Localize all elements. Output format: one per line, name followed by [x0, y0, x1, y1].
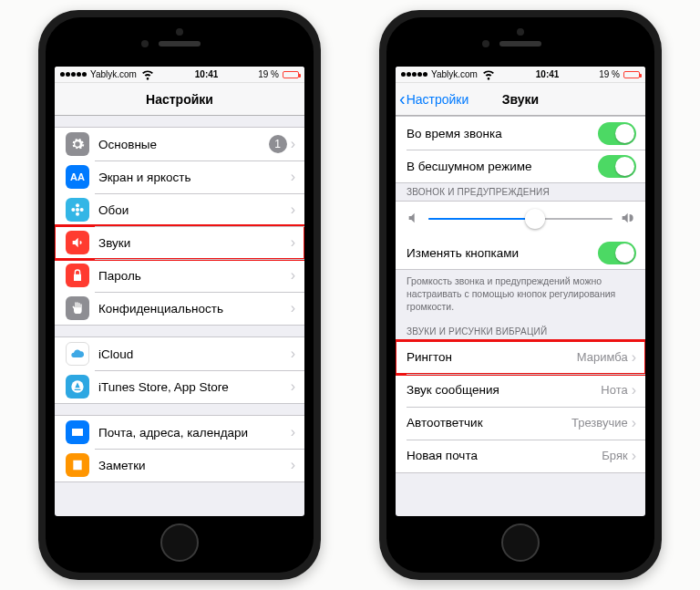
row-text[interactable]: Звук сообщенияНота›: [396, 374, 645, 407]
back-button[interactable]: ‹ Настройки: [399, 91, 468, 108]
label: Изменять кнопками: [407, 246, 598, 260]
row-general[interactable]: Основные1›: [55, 128, 304, 160]
chevron-right-icon: ›: [291, 267, 295, 284]
row-display[interactable]: AAЭкран и яркость›: [55, 160, 304, 193]
label: Новая почта: [407, 449, 602, 462]
hand-icon: [66, 296, 89, 320]
row-newmail[interactable]: Новая почтаБряк›: [396, 440, 645, 472]
chevron-right-icon: ›: [291, 346, 295, 362]
speaker-icon: [66, 231, 89, 254]
label: Основные: [98, 138, 269, 151]
signal-icon: [401, 72, 427, 77]
label: Экран и яркость: [98, 171, 291, 184]
battery-icon: [283, 71, 299, 78]
volume-high-icon: [620, 211, 634, 227]
screen-sounds: Yablyk.com 10:41 19 % ‹ Настройки Звуки: [396, 67, 645, 516]
label: Пароль: [98, 269, 291, 283]
settings-list: Основные1›AAЭкран и яркость›Обои›Звуки›П…: [55, 116, 304, 516]
chevron-right-icon: ›: [291, 424, 295, 440]
chevron-right-icon: ›: [291, 300, 295, 316]
row-vibrate-silent[interactable]: В бесшумном режиме: [396, 150, 645, 182]
chevron-right-icon: ›: [632, 349, 636, 366]
svg-point-1: [76, 203, 79, 207]
phone-body: Yablyk.com 10:41 19 % ‹ Настройки Звуки: [386, 17, 654, 573]
toggle-switch[interactable]: [598, 155, 636, 178]
svg-point-0: [76, 208, 79, 212]
chevron-right-icon: ›: [632, 382, 636, 399]
screen-settings: Yablyk.com 10:41 19 % Настройки Основные…: [55, 67, 304, 516]
volume-low-icon: [407, 211, 421, 227]
row-itunes[interactable]: iTunes Store, App Store›: [55, 370, 304, 403]
badge: 1: [269, 135, 287, 153]
cloud-icon: [66, 342, 89, 366]
row-mail[interactable]: Почта, адреса, календари›: [55, 416, 304, 449]
back-label: Настройки: [407, 92, 469, 107]
lock-icon: [66, 264, 89, 287]
carrier-label: Yablyk.com: [431, 69, 478, 79]
label: iTunes Store, App Store: [98, 380, 291, 394]
navbar: Настройки: [55, 83, 304, 116]
label: Во время звонка: [407, 127, 598, 140]
gear-icon: [66, 132, 89, 156]
value: Бряк: [602, 449, 627, 462]
label: iCloud: [98, 347, 291, 361]
row-icloud[interactable]: iCloud›: [55, 337, 304, 370]
row-ringtone[interactable]: РингтонМаримба›: [396, 341, 645, 374]
group-footer-ringer: Громкость звонка и предупреждений можно …: [396, 270, 645, 316]
svg-point-3: [71, 208, 75, 212]
chevron-right-icon: ›: [291, 136, 295, 152]
row-privacy[interactable]: Конфиденциальность›: [55, 292, 304, 325]
chevron-right-icon: ›: [632, 415, 636, 431]
status-bar: Yablyk.com 10:41 19 %: [55, 67, 304, 83]
row-change-with-buttons[interactable]: Изменять кнопками: [396, 236, 645, 269]
label: Обои: [98, 203, 291, 217]
svg-point-4: [80, 208, 84, 212]
page-title: Звуки: [502, 92, 539, 107]
navbar: ‹ Настройки Звуки: [396, 83, 645, 116]
home-button[interactable]: [160, 523, 199, 562]
row-voicemail[interactable]: АвтоответчикТрезвучие›: [396, 407, 645, 440]
wifi-icon: [481, 67, 496, 83]
label: Конфиденциальность: [98, 302, 291, 316]
group-header-ringer: ЗВОНОК И ПРЕДУПРЕЖДЕНИЯ: [396, 183, 645, 201]
toggle-switch[interactable]: [598, 122, 636, 145]
value: Нота: [601, 383, 627, 397]
phone-left: Yablyk.com 10:41 19 % Настройки Основные…: [38, 10, 321, 580]
row-notes[interactable]: Заметки›: [55, 449, 304, 481]
row-vibrate-ring[interactable]: Во время звонка: [396, 117, 645, 150]
clock: 10:41: [536, 69, 560, 79]
battery-pct: 19 %: [258, 69, 279, 79]
volume-slider-row[interactable]: [396, 201, 645, 236]
wifi-icon: [140, 67, 155, 83]
label: Рингтон: [407, 350, 577, 364]
signal-icon: [60, 72, 87, 77]
value: Маримба: [577, 350, 628, 364]
sounds-content: Во время звонка В бесшумном режиме ЗВОНО…: [396, 116, 645, 516]
home-button[interactable]: [501, 523, 540, 562]
chevron-right-icon: ›: [291, 378, 295, 395]
sounds-list: РингтонМаримба›Звук сообщенияНота›Автоот…: [396, 340, 645, 473]
label: Звуки: [98, 236, 291, 250]
row-passcode[interactable]: Пароль›: [55, 259, 304, 292]
toggle-switch[interactable]: [598, 242, 636, 264]
volume-slider[interactable]: [428, 218, 612, 220]
phone-body: Yablyk.com 10:41 19 % Настройки Основные…: [46, 17, 314, 573]
status-bar: Yablyk.com 10:41 19 %: [396, 67, 645, 83]
row-wallpaper[interactable]: Обои›: [55, 193, 304, 226]
label: Звук сообщения: [407, 383, 601, 397]
chevron-right-icon: ›: [632, 448, 636, 464]
battery-pct: 19 %: [599, 69, 620, 79]
label: В бесшумном режиме: [407, 160, 598, 173]
row-sounds[interactable]: Звуки›: [55, 226, 304, 259]
notes-icon: [66, 453, 89, 477]
clock: 10:41: [195, 69, 219, 79]
mail-icon: [66, 420, 89, 444]
label: Автоответчик: [407, 416, 571, 430]
carrier-label: Yablyk.com: [90, 69, 137, 79]
textsize-icon: AA: [66, 165, 89, 189]
phone-right: Yablyk.com 10:41 19 % ‹ Настройки Звуки: [379, 10, 662, 580]
chevron-right-icon: ›: [291, 202, 295, 218]
value: Трезвучие: [571, 416, 628, 430]
appstore-icon: [66, 375, 89, 399]
battery-icon: [623, 71, 640, 78]
